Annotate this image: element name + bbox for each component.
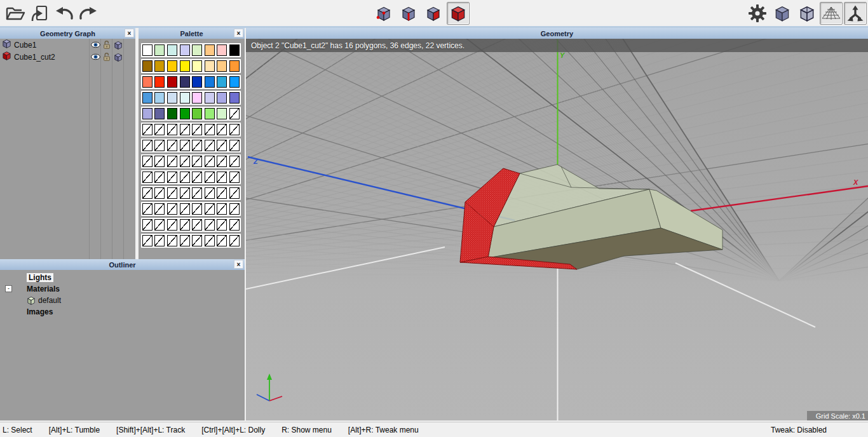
palette-swatch[interactable] <box>229 92 240 104</box>
palette-swatch-empty[interactable] <box>229 108 240 119</box>
palette-swatch[interactable] <box>154 44 165 56</box>
palette-swatch-empty[interactable] <box>217 156 227 167</box>
palette-swatch[interactable] <box>217 92 227 104</box>
outliner-row-materials[interactable]: -Materials <box>0 283 245 295</box>
palette-swatch[interactable] <box>205 108 215 119</box>
visibility-eye-icon[interactable] <box>90 39 101 51</box>
palette-swatch-empty[interactable] <box>142 235 153 246</box>
palette-swatch-empty[interactable] <box>205 187 215 199</box>
palette-swatch[interactable] <box>192 108 202 119</box>
outliner-item-label[interactable]: Images <box>27 307 53 316</box>
palette-swatch-empty[interactable] <box>180 187 190 199</box>
palette-swatch[interactable] <box>229 76 240 88</box>
geometry-graph-body[interactable]: Cube1 Cube1_cut2 <box>0 39 135 259</box>
close-icon[interactable]: × <box>234 260 243 269</box>
palette-swatch-empty[interactable] <box>229 156 240 167</box>
object-name[interactable]: Cube1 <box>14 41 36 50</box>
palette-swatch-empty[interactable] <box>154 235 165 246</box>
palette-swatch-empty[interactable] <box>217 171 227 183</box>
collapse-minus-icon[interactable]: - <box>5 285 12 292</box>
palette-swatch-empty[interactable] <box>180 156 190 167</box>
palette-swatch[interactable] <box>142 92 153 104</box>
open-folder-icon[interactable] <box>4 2 27 25</box>
palette-swatch[interactable] <box>229 60 240 72</box>
lock-icon[interactable] <box>101 39 112 51</box>
palette-swatch-empty[interactable] <box>154 124 165 135</box>
palette-swatch-empty[interactable] <box>154 171 165 183</box>
palette-swatch-empty[interactable] <box>154 219 165 231</box>
geometry-graph-row[interactable]: Cube1 <box>0 39 135 51</box>
palette-swatch-empty[interactable] <box>229 235 240 246</box>
palette-swatch-empty[interactable] <box>217 219 227 231</box>
visibility-eye-icon[interactable] <box>90 51 101 63</box>
outliner-item-label[interactable]: default <box>38 296 61 305</box>
palette-swatch-empty[interactable] <box>229 124 240 135</box>
palette-swatch-empty[interactable] <box>229 187 240 199</box>
palette-swatch[interactable] <box>154 92 165 104</box>
lock-icon[interactable] <box>101 51 112 63</box>
palette-swatch-empty[interactable] <box>205 140 215 151</box>
palette-swatch-empty[interactable] <box>154 187 165 199</box>
palette-swatch-empty[interactable] <box>205 219 215 231</box>
palette-swatch-empty[interactable] <box>205 203 215 215</box>
palette-swatch[interactable] <box>180 92 190 104</box>
palette-swatch[interactable] <box>192 76 202 88</box>
palette-swatch[interactable] <box>142 76 153 88</box>
palette-swatch-empty[interactable] <box>142 124 153 135</box>
palette-swatch-empty[interactable] <box>142 156 153 167</box>
palette-swatch[interactable] <box>192 44 202 56</box>
palette-swatch[interactable] <box>154 108 165 119</box>
palette-swatch[interactable] <box>154 60 165 72</box>
palette-swatch[interactable] <box>167 92 177 104</box>
palette-swatch[interactable] <box>167 60 177 72</box>
palette-swatch-empty[interactable] <box>142 187 153 199</box>
palette-swatch-empty[interactable] <box>192 171 202 183</box>
palette-swatch[interactable] <box>192 92 202 104</box>
undo-icon[interactable] <box>53 2 76 25</box>
wireframe-view-cube-icon[interactable] <box>796 2 818 25</box>
palette-swatch[interactable] <box>205 92 215 104</box>
palette-swatch-empty[interactable] <box>180 203 190 215</box>
redo-icon[interactable] <box>76 2 99 25</box>
palette-swatch[interactable] <box>167 76 177 88</box>
palette-swatch-empty[interactable] <box>180 219 190 231</box>
palette-swatch-empty[interactable] <box>180 171 190 183</box>
close-icon[interactable]: × <box>234 29 243 37</box>
palette-swatch-empty[interactable] <box>205 171 215 183</box>
outliner-row-lights[interactable]: Lights <box>0 272 245 283</box>
palette-swatch[interactable] <box>167 44 177 56</box>
select-face-mode-button[interactable] <box>422 2 445 25</box>
palette-swatch-empty[interactable] <box>217 124 227 135</box>
palette-swatch-empty[interactable] <box>192 140 202 151</box>
palette-swatch[interactable] <box>217 60 227 72</box>
model-cube1[interactable] <box>488 165 722 269</box>
palette-swatch-empty[interactable] <box>229 203 240 215</box>
shading-cube-icon[interactable] <box>112 39 124 51</box>
palette-swatch-empty[interactable] <box>167 140 177 151</box>
palette-swatch-empty[interactable] <box>142 203 153 215</box>
palette-swatch-empty[interactable] <box>142 140 153 151</box>
palette-swatch-empty[interactable] <box>192 124 202 135</box>
palette-swatch[interactable] <box>180 108 190 119</box>
grid-toggle-icon[interactable] <box>820 2 843 25</box>
palette-swatch[interactable] <box>217 76 227 88</box>
palette-swatch-empty[interactable] <box>217 235 227 246</box>
palette-swatch-empty[interactable] <box>217 140 227 151</box>
palette-swatch-empty[interactable] <box>217 203 227 215</box>
palette-swatch[interactable] <box>205 44 215 56</box>
palette-swatch-empty[interactable] <box>154 140 165 151</box>
palette-swatch[interactable] <box>217 44 227 56</box>
select-object-mode-button[interactable] <box>447 2 470 25</box>
outliner-row-default[interactable]: default <box>0 295 245 306</box>
select-edge-mode-button[interactable] <box>397 2 420 25</box>
palette-swatch-empty[interactable] <box>167 187 177 199</box>
geometry-graph-row[interactable]: Cube1_cut2 <box>0 51 135 63</box>
palette-swatch-empty[interactable] <box>192 203 202 215</box>
palette-swatch-empty[interactable] <box>217 187 227 199</box>
palette-swatch-empty[interactable] <box>154 203 165 215</box>
palette-swatch[interactable] <box>180 60 190 72</box>
select-vertex-mode-button[interactable] <box>372 2 395 25</box>
palette-swatch-empty[interactable] <box>142 219 153 231</box>
palette-swatch[interactable] <box>142 44 153 56</box>
shading-cube-icon[interactable] <box>112 51 124 63</box>
